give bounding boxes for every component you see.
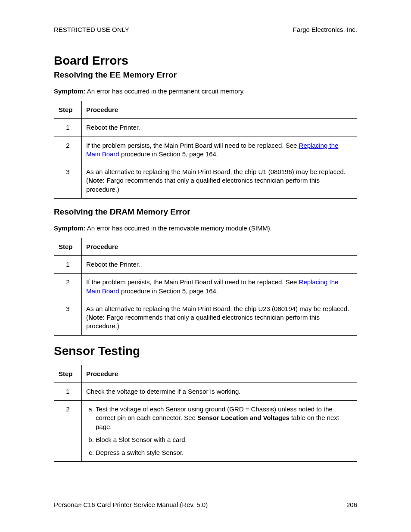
dram-symptom: Symptom: An error has occurred in the re… bbox=[54, 224, 357, 232]
step-num: 1 bbox=[54, 256, 82, 274]
table-row: 3 As an alternative to replacing the Mai… bbox=[54, 300, 357, 335]
step-num: 1 bbox=[54, 383, 82, 400]
proc-text: procedure in Section 5, page 164. bbox=[119, 150, 218, 158]
page-header: RESTRICTED USE ONLY Fargo Electronics, I… bbox=[54, 26, 357, 33]
ee-symptom: Symptom: An error has occurred in the pe… bbox=[54, 87, 357, 95]
table-row: 1 Reboot the Printer. bbox=[54, 119, 357, 137]
procedure-cell: Check the voltage to determine if a Sens… bbox=[82, 383, 357, 400]
note-label: Note: bbox=[88, 314, 105, 321]
procedure-cell: As an alternative to replacing the Main … bbox=[82, 300, 357, 335]
footer-text: Persona bbox=[54, 501, 78, 508]
sensor-table: Step Procedure 1 Check the voltage to de… bbox=[54, 365, 357, 462]
procedure-cell: If the problem persists, the Main Print … bbox=[82, 137, 357, 163]
list-item: Block a Slot Sensor with a card. bbox=[96, 436, 352, 444]
col-step: Step bbox=[54, 238, 82, 255]
page-number: 206 bbox=[346, 501, 357, 508]
heading-sensor-testing: Sensor Testing bbox=[54, 344, 357, 358]
table-row: 2 If the problem persists, the Main Prin… bbox=[54, 274, 357, 300]
step-num: 2 bbox=[54, 401, 82, 462]
step-num: 2 bbox=[54, 274, 82, 300]
footer-left: Persona® C16 Card Printer Service Manual… bbox=[54, 501, 208, 508]
proc-text: Fargo recommends that only a qualified e… bbox=[86, 177, 320, 193]
col-step: Step bbox=[54, 101, 82, 119]
note-label: Note: bbox=[88, 177, 105, 184]
procedure-cell: As an alternative to replacing the Main … bbox=[82, 163, 357, 199]
step-num: 1 bbox=[54, 119, 82, 137]
heading-ee-memory: Resolving the EE Memory Error bbox=[54, 70, 357, 80]
table-row: 1 Check the voltage to determine if a Se… bbox=[54, 383, 357, 400]
col-step: Step bbox=[54, 365, 82, 383]
step-num: 3 bbox=[54, 300, 82, 335]
registered-symbol: ® bbox=[78, 503, 81, 508]
header-right: Fargo Electronics, Inc. bbox=[293, 26, 357, 33]
table-row: 2 If the problem persists, the Main Prin… bbox=[54, 137, 357, 163]
table-row: Step Procedure bbox=[54, 238, 357, 255]
document-page: RESTRICTED USE ONLY Fargo Electronics, I… bbox=[0, 0, 411, 532]
step-num: 2 bbox=[54, 137, 82, 163]
procedure-cell: Test the voltage of each Sensor using gr… bbox=[82, 401, 357, 462]
col-procedure: Procedure bbox=[82, 238, 357, 255]
col-procedure: Procedure bbox=[82, 101, 357, 119]
procedure-cell: Reboot the Printer. bbox=[82, 256, 357, 274]
dram-table: Step Procedure 1 Reboot the Printer. 2 I… bbox=[54, 238, 357, 336]
symptom-text: An error has occurred in the permanent c… bbox=[85, 87, 245, 95]
symptom-label: Symptom: bbox=[54, 224, 85, 232]
procedure-cell: If the problem persists, the Main Print … bbox=[82, 274, 357, 300]
heading-board-errors: Board Errors bbox=[54, 54, 357, 68]
symptom-text: An error has occurred in the removable m… bbox=[85, 224, 272, 232]
procedure-cell: Reboot the Printer. bbox=[82, 119, 357, 137]
table-row: 3 As an alternative to replacing the Mai… bbox=[54, 163, 357, 199]
table-row: Step Procedure bbox=[54, 101, 357, 119]
proc-text: If the problem persists, the Main Print … bbox=[86, 278, 299, 286]
col-procedure: Procedure bbox=[82, 365, 357, 383]
header-left: RESTRICTED USE ONLY bbox=[54, 26, 129, 33]
li-bold: Sensor Location and Voltages bbox=[197, 414, 290, 421]
heading-dram-memory: Resolving the DRAM Memory Error bbox=[54, 207, 357, 217]
footer-text: C16 Card Printer Service Manual (Rev. 5.… bbox=[81, 501, 208, 508]
table-row: 2 Test the voltage of each Sensor using … bbox=[54, 401, 357, 462]
sub-list: Test the voltage of each Sensor using gr… bbox=[86, 405, 352, 457]
page-footer: Persona® C16 Card Printer Service Manual… bbox=[54, 501, 357, 508]
proc-text: Fargo recommends that only a qualified e… bbox=[86, 314, 320, 330]
table-row: 1 Reboot the Printer. bbox=[54, 256, 357, 274]
step-num: 3 bbox=[54, 163, 82, 199]
ee-table: Step Procedure 1 Reboot the Printer. 2 I… bbox=[54, 101, 357, 199]
list-item: Depress a switch style Sensor. bbox=[96, 448, 352, 457]
proc-text: If the problem persists, the Main Print … bbox=[86, 142, 299, 149]
proc-text: procedure in Section 5, page 164. bbox=[119, 287, 218, 295]
table-row: Step Procedure bbox=[54, 365, 357, 383]
list-item: Test the voltage of each Sensor using gr… bbox=[96, 405, 352, 431]
symptom-label: Symptom: bbox=[54, 87, 85, 95]
